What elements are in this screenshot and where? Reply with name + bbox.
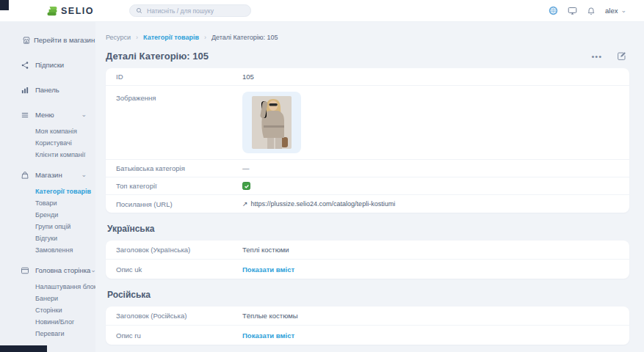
- breadcrumb: Ресурси › Категорії товарів › Деталі Кат…: [106, 34, 629, 41]
- field-label: Зображення: [116, 92, 242, 102]
- sidebar-item-block-settings[interactable]: Налаштування блоку: [0, 281, 95, 293]
- sidebar-item-banners[interactable]: Банери: [0, 293, 95, 304]
- notifications-bell-icon[interactable]: [587, 7, 596, 15]
- sidebar-item-label: Меню: [35, 111, 54, 119]
- sidebar-item-go-to-store[interactable]: Перейти в магазин: [0, 29, 95, 51]
- chevron-down-icon: ⌄: [621, 7, 626, 14]
- url-value: https://plussize.selio24.com/catalog/tep…: [251, 200, 396, 208]
- sidebar-item-subscriptions[interactable]: Підписки: [0, 54, 95, 76]
- search-input[interactable]: [147, 7, 242, 15]
- list-icon: [21, 111, 29, 120]
- brand-name: SELIO: [61, 6, 94, 16]
- language-globe-icon[interactable]: [549, 6, 558, 15]
- field-value: 105: [242, 73, 254, 81]
- chevron-down-icon: ⌄: [81, 111, 87, 118]
- brand-logo[interactable]: SELIO: [47, 6, 94, 16]
- selio-logo-icon: [47, 6, 57, 16]
- app-window: SELIO: [0, 0, 644, 352]
- section-title-russian: Російська: [106, 290, 629, 300]
- detail-row-description-uk: Опис uk Показати вміст: [106, 260, 629, 279]
- field-label: Батьківська категорія: [116, 164, 242, 172]
- monitor-icon[interactable]: [568, 6, 577, 15]
- chevron-down-icon: ⌄: [81, 172, 87, 178]
- sidebar-item-pages[interactable]: Сторінки: [0, 304, 95, 316]
- field-label: Посилання (URL): [116, 200, 242, 208]
- sidebar-item-label: Головна сторінка: [35, 266, 90, 274]
- sidebar-item-shop[interactable]: Магазин ⌄: [0, 164, 95, 186]
- sidebar-item-label: Магазин: [35, 171, 62, 179]
- page-title: Деталі Категорію: 105: [106, 51, 209, 62]
- sidebar-item-home-page[interactable]: Головна сторінка ⌄: [0, 260, 95, 281]
- store-icon: [22, 36, 31, 45]
- section-title-ukrainian: Українська: [106, 224, 629, 234]
- page-header-actions: •••: [591, 51, 629, 61]
- sidebar-item-company-clients[interactable]: Клієнти компанії: [0, 149, 95, 161]
- sidebar-item-label: Перейти в магазин: [34, 36, 95, 44]
- user-name: alex: [605, 7, 618, 15]
- bar-chart-icon: [21, 86, 29, 95]
- sidebar-item-advantages[interactable]: Переваги: [0, 328, 95, 340]
- breadcrumb-separator-icon: ›: [204, 34, 206, 41]
- sidebar-item-products[interactable]: Товари: [0, 197, 95, 209]
- russian-card: Заголовок (Російська) Тёплые костюмы Опи…: [106, 307, 629, 345]
- page-header: Деталі Категорію: 105 •••: [106, 51, 629, 62]
- show-content-link[interactable]: Показати вміст: [242, 265, 294, 274]
- breadcrumb-current: Деталі Категорію: 105: [211, 34, 278, 41]
- chevron-down-icon: ⌄: [90, 267, 95, 274]
- dark-corner-decoration: [0, 0, 9, 10]
- more-options-button[interactable]: •••: [591, 52, 602, 61]
- dark-corner-decoration: [0, 345, 47, 352]
- field-label: Опис uk: [116, 265, 242, 274]
- breadcrumb-product-categories[interactable]: Категорії товарів: [143, 34, 199, 41]
- user-menu[interactable]: alex ⌄: [605, 7, 626, 15]
- main-content: Ресурси › Категорії товарів › Деталі Кат…: [95, 22, 644, 352]
- shopping-bag-icon: [21, 171, 29, 180]
- sidebar-item-menu[interactable]: Меню ⌄: [0, 104, 95, 125]
- checkmark-icon: [244, 183, 250, 189]
- category-image-thumbnail[interactable]: [242, 92, 301, 153]
- detail-row-image: Зображення: [106, 86, 629, 160]
- sidebar-item-users[interactable]: Користувачі: [0, 137, 95, 149]
- detail-row-url: Посилання (URL) ↗ https://plussize.selio…: [106, 195, 629, 213]
- detail-row-parent-category: Батьківська категорія —: [106, 160, 629, 177]
- breadcrumb-resources: Ресурси: [106, 34, 131, 41]
- share-nodes-icon: [21, 61, 29, 70]
- sidebar-item-my-company[interactable]: Моя компанія: [0, 125, 95, 137]
- sidebar-item-brands[interactable]: Бренди: [0, 209, 95, 221]
- category-details-card: ID 105 Зображення: [106, 68, 629, 213]
- field-label: Заголовок (Українська): [116, 246, 242, 254]
- top-bar-actions: alex ⌄: [549, 6, 644, 15]
- sidebar: Перейти в магазин Підписки: [0, 22, 95, 352]
- field-label: Заголовок (Російська): [116, 312, 242, 320]
- category-photo: [252, 96, 292, 149]
- search-icon: [136, 7, 142, 14]
- sidebar-item-news-blog[interactable]: Новини/Блог: [0, 316, 95, 328]
- sidebar-item-label: Підписки: [35, 61, 64, 69]
- field-label: Опис ru: [116, 331, 242, 340]
- field-label: ID: [116, 73, 242, 81]
- top-bar: SELIO: [0, 0, 644, 22]
- sidebar-item-panel[interactable]: Панель: [0, 79, 95, 100]
- category-url-link[interactable]: ↗ https://plussize.selio24.com/catalog/t…: [242, 200, 395, 208]
- global-search: [129, 4, 251, 17]
- sidebar-item-product-categories[interactable]: Категорії товарів: [0, 186, 95, 197]
- breadcrumb-separator-icon: ›: [136, 34, 138, 41]
- sidebar-item-option-groups[interactable]: Групи опцій: [0, 221, 95, 232]
- sidebar-item-orders[interactable]: Замовлення: [0, 244, 95, 256]
- top-category-checkbox[interactable]: [242, 182, 250, 190]
- browser-window-icon: [21, 266, 29, 275]
- field-label: Топ категорії: [116, 182, 242, 190]
- detail-row-description-ru: Опис ru Показати вміст: [106, 326, 629, 345]
- sidebar-item-reviews[interactable]: Відгуки: [0, 232, 95, 244]
- detail-row-title-uk: Заголовок (Українська) Теплі костюми: [106, 241, 629, 260]
- field-value: —: [242, 164, 250, 172]
- show-content-link[interactable]: Показати вміст: [242, 331, 294, 340]
- sidebar-item-label: Панель: [35, 86, 59, 94]
- detail-row-id: ID 105: [106, 68, 629, 86]
- detail-row-title-ru: Заголовок (Російська) Тёплые костюмы: [106, 307, 629, 326]
- external-link-icon: ↗: [242, 200, 248, 208]
- ukrainian-card: Заголовок (Українська) Теплі костюми Опи…: [106, 241, 629, 279]
- field-value: Теплі костюми: [242, 246, 289, 254]
- edit-icon[interactable]: [617, 51, 626, 61]
- field-value: Тёплые костюмы: [242, 312, 298, 320]
